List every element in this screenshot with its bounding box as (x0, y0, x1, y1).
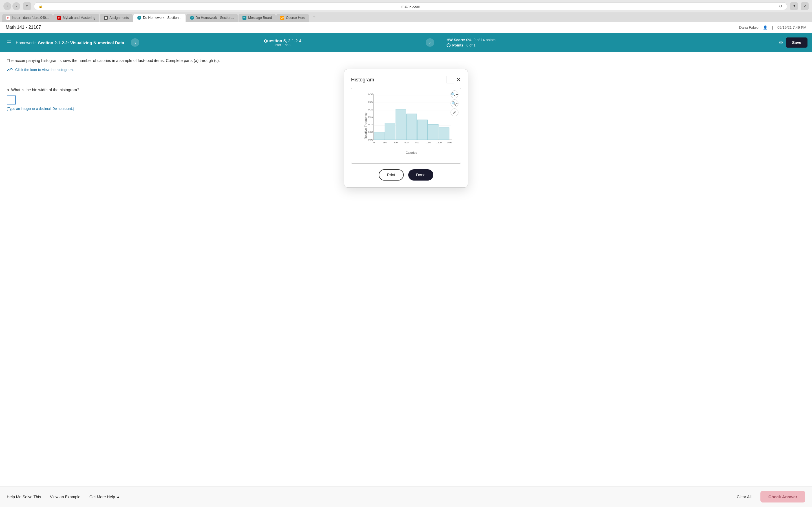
browser-chrome: ‹ › □ 🔒 mathxl.com ↺ ⬆ ⤢ MInbox - dana.f… (0, 0, 812, 22)
svg-rect-18 (396, 109, 406, 140)
homework-prefix: Homework: (16, 41, 36, 45)
expand-button[interactable]: ⤢ (451, 108, 458, 116)
svg-rect-21 (428, 124, 438, 140)
done-button[interactable]: Done (408, 169, 434, 180)
favicon-hw2: ? (190, 16, 194, 20)
modal-title: Histogram (351, 77, 374, 83)
question-text: The accompanying histogram shows the num… (7, 58, 805, 64)
favicon-mylab: M (57, 16, 61, 20)
prev-question-button[interactable]: ‹ (131, 38, 139, 47)
svg-text:200: 200 (383, 141, 387, 144)
chart-icon (7, 67, 13, 72)
favicon-coursehero: CH (280, 16, 284, 20)
next-question-button[interactable]: › (426, 38, 434, 47)
course-header: ☰ Homework: Section 2.1-2.2: Visualizing… (0, 33, 812, 52)
question-section: Question 5, 2.1-2.4 Part 1 of 3 (139, 38, 426, 47)
share-button[interactable]: ⬆ (790, 2, 798, 10)
tab-assignments[interactable]: 📋Assignments (100, 14, 133, 22)
reload-button[interactable]: ↺ (779, 4, 782, 8)
svg-text:0.00: 0.00 (368, 138, 373, 141)
svg-text:0.10: 0.10 (368, 123, 373, 126)
zoom-controls: 🔍+ 🔍- ⤢ (451, 91, 458, 116)
tab-hw2[interactable]: ?Do Homework - Section... (186, 14, 238, 22)
svg-text:600: 600 (405, 141, 409, 144)
help-me-solve-link[interactable]: Help Me Solve This (7, 495, 41, 499)
tab-label-hw2: Do Homework - Section... (196, 16, 234, 20)
tab-label-gmail: Inbox - dana.fabro.040... (12, 16, 49, 20)
address-bar[interactable]: 🔒 mathxl.com ↺ (34, 2, 787, 10)
fullscreen-button[interactable]: ⤢ (801, 2, 809, 10)
get-more-help-link[interactable]: Get More Help ▲ (89, 495, 120, 499)
save-button[interactable]: Save (786, 38, 808, 48)
settings-button[interactable]: ⚙ (776, 37, 786, 48)
tab-gmail[interactable]: MInbox - dana.fabro.040... (2, 14, 53, 22)
modal-footer: Print Done (351, 169, 461, 180)
zoom-out-button[interactable]: 🔍- (451, 100, 458, 107)
app-header: Math 141 - 21107 Dana Fabro 👤 | 09/19/21… (0, 22, 812, 33)
tab-label-msgboard: Message Board (248, 16, 272, 20)
nav-buttons: ‹ › (3, 2, 20, 10)
print-button[interactable]: Print (378, 169, 404, 180)
user-icon: 👤 (763, 25, 767, 30)
tab-hw1[interactable]: ?Do Homework - Section... (133, 14, 186, 22)
x-axis-label: Calories (365, 151, 457, 154)
modal-controls: — ✕ (447, 76, 461, 83)
modal-header: Histogram — ✕ (351, 76, 461, 83)
chart-container: Relative Frequency 🔍+ 🔍- ⤢ 0.00 0.05 0.1… (351, 88, 461, 164)
svg-text:0.05: 0.05 (368, 131, 373, 133)
svg-rect-19 (407, 114, 417, 140)
homework-title: Section 2.1-2.2: Visualizing Numerical D… (38, 40, 124, 45)
histogram-svg: 0.00 0.05 0.10 0.15 0.20 0.25 0.30 (365, 93, 457, 149)
answer-input-box[interactable] (7, 96, 16, 105)
chevron-up-icon: ▲ (116, 495, 120, 499)
favicon-gmail: M (6, 16, 10, 20)
svg-rect-20 (417, 120, 427, 140)
zoom-in-button[interactable]: 🔍+ (451, 91, 458, 98)
hw-score: HW Score: 0%, 0 of 14 points (447, 38, 495, 42)
browser-tabs: MInbox - dana.fabro.040...MMyLab and Mas… (0, 12, 812, 22)
check-answer-button[interactable]: Check Answer (760, 491, 805, 503)
svg-text:0: 0 (373, 141, 375, 144)
histogram-modal: Histogram — ✕ Relative Frequency 🔍+ 🔍- ⤢… (344, 69, 468, 187)
histogram-link-text: Click the icon to view the histogram. (15, 68, 73, 72)
tab-coursehero[interactable]: CHCourse Hero (276, 14, 309, 22)
tab-label-coursehero: Course Hero (286, 16, 305, 20)
y-axis-label: Relative Frequency (364, 112, 367, 139)
clear-all-button[interactable]: Clear All (737, 495, 751, 499)
tab-msgboard[interactable]: ✉Message Board (239, 14, 276, 22)
browser-toolbar: ‹ › □ 🔒 mathxl.com ↺ ⬆ ⤢ (0, 0, 812, 12)
user-name: Dana Fabro (739, 25, 758, 30)
svg-text:1200: 1200 (436, 141, 442, 144)
tab-label-mylab: MyLab and Mastering (63, 16, 95, 20)
separator: | (772, 25, 773, 30)
svg-text:0.30: 0.30 (368, 93, 373, 96)
new-tab-button[interactable]: + (310, 12, 318, 22)
modal-minimize-button[interactable]: — (447, 76, 454, 83)
svg-text:0.25: 0.25 (368, 101, 373, 103)
url-text: mathxl.com (44, 4, 777, 8)
score-section: HW Score: 0%, 0 of 14 points Points: 0 o… (441, 38, 501, 47)
favicon-assignments: 📋 (104, 16, 108, 20)
modal-close-button[interactable]: ✕ (456, 76, 461, 83)
view-example-link[interactable]: View an Example (50, 495, 80, 499)
question-part: Part 1 of 3 (264, 43, 301, 47)
circle-icon (447, 43, 451, 47)
back-button[interactable]: ‹ (3, 2, 11, 10)
svg-text:1000: 1000 (425, 141, 431, 144)
window-toggle-button[interactable]: □ (23, 2, 31, 10)
tab-mylab[interactable]: MMyLab and Mastering (53, 14, 99, 22)
app-header-right: Dana Fabro 👤 | 09/19/21 7:49 PM (739, 25, 806, 30)
svg-rect-16 (374, 132, 384, 140)
favicon-hw1: ? (137, 16, 141, 20)
datetime: 09/19/21 7:49 PM (777, 25, 806, 30)
tab-label-assignments: Assignments (109, 16, 129, 20)
points-row: Points: 0 of 1 (447, 43, 476, 47)
favicon-msgboard: ✉ (243, 16, 246, 20)
main-content: The accompanying histogram shows the num… (0, 52, 812, 503)
forward-button[interactable]: › (12, 2, 20, 10)
menu-button[interactable]: ☰ (4, 37, 13, 48)
app-title: Math 141 - 21107 (6, 25, 41, 30)
svg-text:800: 800 (415, 141, 419, 144)
svg-text:0.15: 0.15 (368, 115, 373, 118)
question-nav: Question 5, 2.1-2.4 Part 1 of 3 (264, 38, 301, 47)
